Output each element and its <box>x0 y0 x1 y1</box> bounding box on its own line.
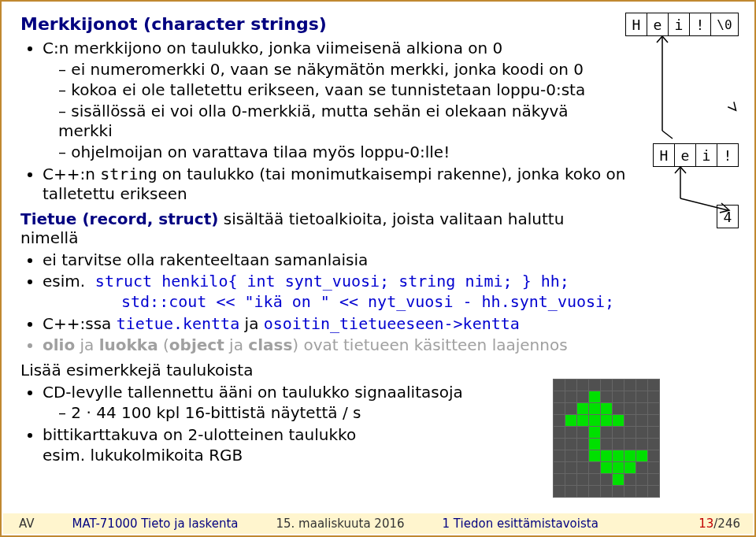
bitmap-pixel <box>613 403 624 415</box>
bitmap-pixel <box>565 415 577 427</box>
heading-strings: Merkkijonot (character strings) <box>20 14 627 34</box>
bitmap-pixel <box>601 486 613 498</box>
bitmap-pixel <box>613 427 624 439</box>
bitmap-pixel <box>648 403 660 415</box>
bitmap-pixel <box>613 415 624 427</box>
bitmap-pixel <box>565 450 577 462</box>
bitmap-pixel <box>554 439 565 450</box>
svg-line-3 <box>680 198 728 210</box>
sub-reserve-zero: ohjelmoijan on varattava tilaa myös lopp… <box>58 143 627 163</box>
slide-frame: Merkkijonot (character strings) C:n merk… <box>0 0 756 537</box>
bitmap-pixel <box>589 427 601 439</box>
bitmap-pixel <box>613 380 624 391</box>
bitmap-pixel <box>613 486 624 498</box>
bitmap-pixel <box>565 486 577 498</box>
bitmap-pixel <box>554 415 565 427</box>
bitmap-pixel <box>624 391 636 403</box>
bullet-struct-example: esim. struct henkilo{ int synt_vuosi; st… <box>43 272 627 312</box>
bitmap-pixel <box>648 474 660 486</box>
bitmap-pixel <box>554 427 565 439</box>
bitmap-pixel <box>601 427 613 439</box>
bitmap-pixel <box>601 462 613 474</box>
bitmap-pixel <box>624 486 636 498</box>
bitmap-pixel <box>648 439 660 450</box>
bitmap-pixel <box>624 380 636 391</box>
bitmap-pixel <box>648 486 660 498</box>
bitmap-pixel <box>589 439 601 450</box>
bullet-cpp-access: C++:ssa tietue.kentta ja osoitin_tietuee… <box>43 314 627 335</box>
bitmap-pixel <box>554 474 565 486</box>
svg-line-1 <box>662 131 673 139</box>
bitmap-pixel <box>636 462 648 474</box>
bitmap-pixel <box>589 415 601 427</box>
slide-footer: AV MAT-71000 Tieto ja laskenta 15. maali… <box>3 513 753 534</box>
bitmap-pixel <box>624 427 636 439</box>
footer-date: 15. maaliskuuta 2016 <box>276 517 405 531</box>
bitmap-pixel <box>601 439 613 450</box>
bitmap-pixel <box>624 450 636 462</box>
bitmap-pixel <box>554 380 565 391</box>
bitmap-pixel <box>601 450 613 462</box>
sub-no-size: kokoa ei ole talletettu erikseen, vaan s… <box>58 80 627 101</box>
bitmap-pixel <box>554 391 565 403</box>
bitmap-pixel <box>648 391 660 403</box>
bitmap-pixel <box>636 415 648 427</box>
footer-section: 1 Tiedon esittämistavoista <box>443 517 598 531</box>
bitmap-pixel <box>601 474 613 486</box>
bitmap-pixel <box>636 380 648 391</box>
bitmap-pixel <box>577 450 589 462</box>
cstring-cell: H <box>625 13 647 36</box>
bitmap-grid <box>553 379 660 498</box>
footer-author: AV <box>19 517 35 531</box>
bitmap-pixel <box>624 439 636 450</box>
cppstring-cell: ! <box>717 143 739 167</box>
bitmap-pixel <box>589 450 601 462</box>
bitmap-pixel <box>613 450 624 462</box>
cstring-cell: ! <box>689 13 711 36</box>
list-struct: ei tarvitse olla rakenteeltaan samanlais… <box>20 250 627 356</box>
bitmap-pixel <box>613 462 624 474</box>
bitmap-pixel <box>636 450 648 462</box>
cppstring-box-row: Hei! <box>654 143 739 167</box>
bitmap-pixel <box>589 486 601 498</box>
bitmap-pixel <box>613 474 624 486</box>
bitmap-pixel <box>565 391 577 403</box>
bitmap-pixel <box>636 474 648 486</box>
cppstring-cell: i <box>695 143 717 167</box>
bitmap-pixel <box>565 462 577 474</box>
bitmap-pixel <box>577 403 589 415</box>
bitmap-pixel <box>636 427 648 439</box>
sub-no-zero-inside: sisällössä ei voi olla 0-merkkiä, mutta … <box>58 102 627 142</box>
bitmap-pixel <box>601 380 613 391</box>
bitmap-pixel <box>636 486 648 498</box>
bitmap-pixel <box>565 380 577 391</box>
bitmap-pixel <box>565 474 577 486</box>
bitmap-pixel <box>565 403 577 415</box>
sublist-c-string: ei numeromerkki 0, vaan se näkymätön mer… <box>43 60 627 163</box>
bitmap-pixel <box>554 450 565 462</box>
bitmap-pixel <box>624 462 636 474</box>
footer-course: MAT-71000 Tieto ja laskenta <box>72 517 239 531</box>
bullet-bitmap: bittikarttakuva on 2-ulotteinen taulukko… <box>43 425 358 465</box>
bitmap-pixel <box>636 439 648 450</box>
bullet-c-string: C:n merkkijono on taulukko, jonka viimei… <box>43 39 627 163</box>
bitmap-pixel <box>577 486 589 498</box>
list-strings: C:n merkkijono on taulukko, jonka viimei… <box>20 39 627 205</box>
bitmap-pixel <box>613 391 624 403</box>
bitmap-pixel <box>577 415 589 427</box>
bitmap-pixel <box>624 415 636 427</box>
bitmap-pixel <box>648 462 660 474</box>
bitmap-pixel <box>554 462 565 474</box>
sub-cd-rate: 2 · 44 100 kpl 16-bittistä näytettä / s <box>58 403 627 424</box>
bitmap-pixel <box>648 450 660 462</box>
bitmap-pixel <box>589 391 601 403</box>
bitmap-pixel <box>648 427 660 439</box>
bitmap-pixel <box>554 486 565 498</box>
bitmap-pixel <box>648 380 660 391</box>
bitmap-pixel <box>601 403 613 415</box>
list-more-arrays: CD-levylle tallennettu ääni on taulukko … <box>20 383 627 465</box>
slide-body: Merkkijonot (character strings) C:n merk… <box>20 14 627 465</box>
sub-zero-char: ei numeromerkki 0, vaan se näkymätön mer… <box>58 60 627 80</box>
bitmap-pixel <box>589 403 601 415</box>
bitmap-pixel <box>613 439 624 450</box>
